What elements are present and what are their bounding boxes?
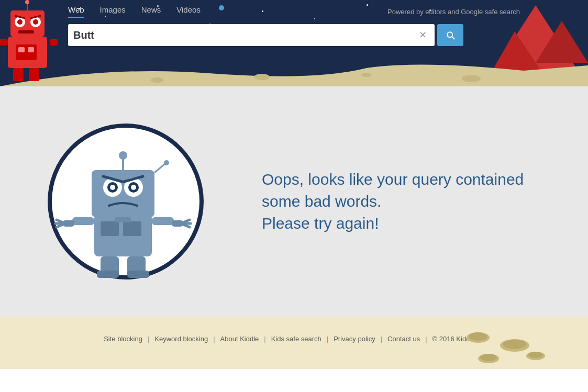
- moon-landscape-header: [0, 55, 588, 86]
- svg-rect-11: [13, 68, 24, 81]
- footer-kids-safe-search[interactable]: Kids safe search: [271, 335, 321, 343]
- error-line1: Oops, looks like your query contained so…: [262, 171, 524, 210]
- svg-rect-8: [18, 30, 34, 33]
- svg-rect-30: [92, 170, 154, 217]
- svg-rect-28: [101, 221, 119, 236]
- svg-point-61: [503, 340, 526, 349]
- svg-point-5: [33, 19, 38, 25]
- svg-point-59: [469, 332, 487, 341]
- footer-keyword-blocking[interactable]: Keyword blocking: [154, 335, 208, 343]
- svg-point-65: [528, 352, 543, 358]
- svg-rect-14: [50, 39, 58, 46]
- search-icon: [445, 30, 456, 40]
- svg-rect-41: [63, 220, 74, 227]
- search-input[interactable]: [73, 29, 416, 41]
- svg-rect-46: [172, 220, 183, 227]
- svg-rect-56: [97, 271, 119, 278]
- tab-images[interactable]: Images: [100, 5, 126, 18]
- footer-about-kiddle[interactable]: About Kiddle: [220, 335, 259, 343]
- svg-point-36: [131, 185, 136, 190]
- svg-point-33: [110, 185, 115, 190]
- svg-point-23: [361, 73, 372, 77]
- header: Web Images News Videos Powered by editor…: [0, 0, 588, 86]
- footer-site-blocking[interactable]: Site blocking: [104, 335, 142, 343]
- nav-dot-indicator: [219, 5, 224, 10]
- svg-rect-40: [72, 217, 94, 225]
- svg-rect-13: [0, 39, 8, 46]
- footer-privacy-policy[interactable]: Privacy policy: [334, 335, 375, 343]
- svg-point-10: [25, 0, 29, 4]
- svg-rect-29: [123, 221, 141, 236]
- svg-rect-16: [18, 47, 25, 52]
- footer: Site blocking | Keyword blocking | About…: [0, 317, 588, 369]
- nav-tabs: Web Images News Videos: [68, 5, 224, 18]
- svg-point-24: [462, 75, 481, 82]
- svg-point-22: [254, 74, 270, 80]
- svg-rect-15: [16, 44, 37, 60]
- powered-by-text: Powered by editors and Google safe searc…: [387, 8, 520, 16]
- search-button[interactable]: [437, 24, 463, 46]
- svg-point-53: [164, 160, 169, 165]
- search-input-wrapper: ✕: [68, 24, 435, 46]
- svg-point-3: [17, 19, 23, 25]
- footer-contact-us[interactable]: Contact us: [387, 335, 420, 343]
- svg-point-21: [151, 77, 163, 83]
- svg-rect-57: [127, 271, 149, 278]
- svg-rect-45: [152, 217, 174, 225]
- error-text: Oops, looks like your query contained so…: [262, 169, 546, 234]
- svg-rect-12: [29, 68, 39, 81]
- footer-craters: [452, 327, 557, 369]
- svg-rect-39: [115, 217, 131, 222]
- tab-web[interactable]: Web: [68, 5, 84, 18]
- svg-point-63: [480, 354, 497, 361]
- red-robot-mascot: [0, 0, 58, 86]
- svg-point-51: [119, 151, 127, 160]
- tab-news[interactable]: News: [141, 5, 161, 18]
- error-line2: Please try again!: [262, 215, 379, 232]
- clear-button[interactable]: ✕: [416, 29, 429, 41]
- svg-rect-17: [28, 47, 34, 52]
- main-content: Oops, looks like your query contained so…: [0, 86, 588, 317]
- error-message-block: Oops, looks like your query contained so…: [230, 169, 546, 234]
- tab-videos[interactable]: Videos: [176, 5, 201, 18]
- angry-robot-illustration: [42, 118, 209, 285]
